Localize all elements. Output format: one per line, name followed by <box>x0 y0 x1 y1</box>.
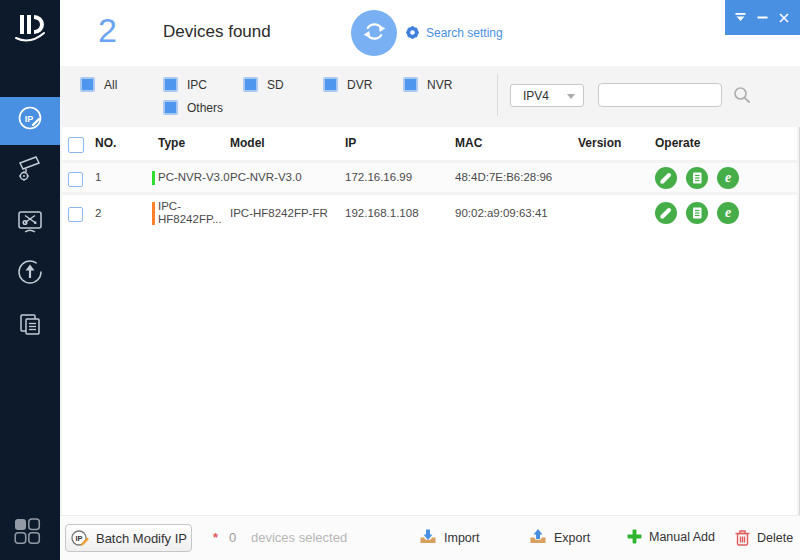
filter-all-label: All <box>104 78 117 92</box>
cell-ip: 192.168.1.108 <box>345 195 419 231</box>
table-row[interactable]: 2 IPC- HF8242FP... IPC-HF8242FP-FR 192.1… <box>62 195 797 231</box>
filter-nvr[interactable]: NVR <box>403 77 452 92</box>
plus-icon <box>626 528 643 545</box>
export-label: Export <box>554 531 590 545</box>
svg-text:IP: IP <box>75 534 82 543</box>
search-input[interactable] <box>598 83 722 107</box>
checkbox-nvr[interactable] <box>403 77 418 92</box>
cell-ip: 172.16.16.99 <box>345 163 412 192</box>
gear-icon <box>404 24 421 41</box>
col-mac: MAC <box>455 127 482 160</box>
col-type: Type <box>158 127 185 160</box>
selected-count: 0 <box>229 530 236 545</box>
status-bar <box>152 171 155 185</box>
documents-icon <box>15 310 45 344</box>
cell-mac: 48:4D:7E:B6:28:96 <box>455 163 552 192</box>
filter-all[interactable]: All <box>80 77 117 92</box>
manual-add-button[interactable]: Manual Add <box>626 528 715 545</box>
col-version: Version <box>578 127 621 160</box>
delete-button[interactable]: Delete <box>734 528 793 547</box>
search-icon[interactable] <box>732 85 752 105</box>
filter-dvr-label: DVR <box>347 78 372 92</box>
upgrade-icon <box>15 257 45 291</box>
page-title: Devices found <box>163 22 271 42</box>
cell-no: 1 <box>95 163 101 192</box>
checkbox-others[interactable] <box>163 100 178 115</box>
header: 2 Devices found <box>60 0 800 66</box>
search-setting-button[interactable]: Search setting <box>404 24 503 41</box>
export-button[interactable]: Export <box>528 528 590 547</box>
cell-model: PC-NVR-V3.0 <box>230 163 302 192</box>
required-asterisk: * <box>213 530 218 545</box>
edit-device-button[interactable] <box>655 202 677 224</box>
filter-others-label: Others <box>187 101 223 115</box>
protocol-select[interactable]: IPV4 <box>510 84 584 107</box>
browser-e-icon: e <box>725 203 731 223</box>
filter-sd-label: SD <box>267 78 284 92</box>
sidebar-item-modify-ip[interactable]: IP <box>0 97 60 145</box>
checkbox-ipc[interactable] <box>163 77 178 92</box>
batch-ip-icon: IP <box>70 528 90 548</box>
camera-config-icon <box>15 153 45 187</box>
batch-modify-ip-label: Batch Modify IP <box>96 531 187 546</box>
filter-nvr-label: NVR <box>427 78 452 92</box>
filter-sd[interactable]: SD <box>243 77 284 92</box>
manual-add-label: Manual Add <box>649 530 715 544</box>
sidebar-item-batch-docs[interactable] <box>0 303 60 351</box>
refresh-icon <box>361 18 388 49</box>
select-all-checkbox[interactable] <box>68 137 84 153</box>
protocol-selected-value: IPV4 <box>523 89 549 103</box>
filter-others[interactable]: Others <box>163 100 223 115</box>
cell-no: 2 <box>95 195 101 231</box>
cell-model: IPC-HF8242FP-FR <box>230 195 328 231</box>
refresh-button[interactable] <box>351 10 397 56</box>
delete-label: Delete <box>757 531 793 545</box>
cell-mac: 90:02:a9:09:63:41 <box>455 195 548 231</box>
cell-type: IPC- HF8242FP... <box>158 195 222 226</box>
checkbox-dvr[interactable] <box>323 77 338 92</box>
open-browser-button[interactable]: e <box>717 167 739 189</box>
open-browser-button[interactable]: e <box>717 202 739 224</box>
trash-icon <box>734 528 751 547</box>
sidebar-item-device-config[interactable] <box>0 146 60 194</box>
modify-ip-icon: IP <box>15 104 45 138</box>
device-details-button[interactable] <box>686 167 708 189</box>
footer-bar: IP Batch Modify IP * 0 devices selected … <box>60 515 800 560</box>
sidebar-item-upgrade[interactable] <box>0 250 60 298</box>
browser-e-icon: e <box>725 168 731 188</box>
apps-clover-icon[interactable] <box>12 516 42 546</box>
sidebar: IP <box>0 0 60 560</box>
import-label: Import <box>444 531 479 545</box>
window-menu-button[interactable] <box>735 12 747 24</box>
table-row[interactable]: 1 PC-NVR-V3.0 PC-NVR-V3.0 172.16.16.99 4… <box>62 163 797 192</box>
device-table: NO. Type Model IP MAC Version Operate 1 … <box>62 127 797 515</box>
config-tool-window: IP <box>0 0 800 560</box>
filter-ipc[interactable]: IPC <box>163 77 207 92</box>
close-button[interactable] <box>778 12 790 24</box>
row-checkbox[interactable] <box>68 207 83 222</box>
status-bar <box>152 202 155 225</box>
device-details-button[interactable] <box>686 202 708 224</box>
main-panel: 2 Devices found <box>60 0 800 560</box>
edit-device-button[interactable] <box>655 167 677 189</box>
checkbox-sd[interactable] <box>243 77 258 92</box>
table-header-row: NO. Type Model IP MAC Version Operate <box>62 127 797 160</box>
row-checkbox[interactable] <box>68 172 83 187</box>
filter-dvr[interactable]: DVR <box>323 77 372 92</box>
cell-type-line1: IPC- <box>158 200 222 213</box>
app-logo-icon <box>11 8 49 50</box>
monitor-tools-icon <box>15 207 45 241</box>
import-button[interactable]: Import <box>418 528 479 547</box>
col-ip: IP <box>345 127 356 160</box>
search-setting-label: Search setting <box>426 26 503 40</box>
batch-modify-ip-button[interactable]: IP Batch Modify IP <box>65 524 192 552</box>
minimize-button[interactable] <box>757 12 769 24</box>
checkbox-all[interactable] <box>80 77 95 92</box>
filter-ipc-label: IPC <box>187 78 207 92</box>
device-count: 2 <box>98 11 117 50</box>
chevron-down-icon <box>567 94 575 99</box>
filter-bar: All IPC SD DVR NVR Others <box>60 66 800 127</box>
sidebar-item-system-tools[interactable] <box>0 200 60 248</box>
svg-text:IP: IP <box>25 114 34 124</box>
filter-divider <box>497 74 498 116</box>
